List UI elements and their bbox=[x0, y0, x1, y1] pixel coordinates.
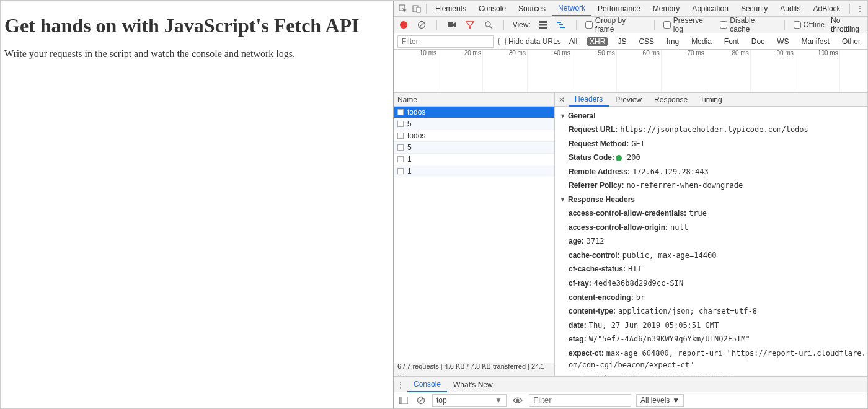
filter-type-other[interactable]: Other bbox=[839, 37, 864, 46]
filter-input[interactable] bbox=[397, 35, 494, 48]
tab-adblock[interactable]: AdBlock bbox=[807, 1, 847, 16]
request-row[interactable]: 1 bbox=[394, 165, 554, 177]
kebab-menu-icon[interactable]: ⋮ bbox=[852, 4, 867, 13]
separator bbox=[849, 4, 850, 14]
tab-security[interactable]: Security bbox=[735, 1, 774, 16]
filter-type-img[interactable]: Img bbox=[663, 37, 682, 46]
header-row: cache-control:public, max-age=14400 bbox=[559, 248, 868, 263]
header-row: etag:W/"5ef7-4Ad6/n39KWY9q6Ykm/ULNQ2F5IM… bbox=[559, 332, 868, 346]
request-name: 1 bbox=[407, 167, 412, 175]
tab-application[interactable]: Application bbox=[686, 1, 735, 16]
column-header-name[interactable]: Name bbox=[394, 93, 554, 107]
header-row: cf-cache-status:HIT bbox=[559, 262, 868, 276]
svg-line-4 bbox=[419, 22, 424, 27]
svg-rect-13 bbox=[560, 27, 565, 28]
separator bbox=[436, 20, 437, 30]
file-icon bbox=[397, 144, 404, 151]
drawer-kebab-icon[interactable]: ⋮ bbox=[394, 377, 407, 392]
filter-type-font[interactable]: Font bbox=[721, 37, 742, 46]
eye-icon[interactable] bbox=[512, 394, 524, 407]
preserve-log-checkbox[interactable]: Preserve log bbox=[663, 16, 714, 33]
group-by-frame-checkbox[interactable]: Group by frame bbox=[585, 16, 645, 33]
large-rows-icon[interactable] bbox=[537, 19, 549, 31]
waterfall-toggle-icon[interactable] bbox=[555, 19, 567, 31]
drawer-tab-what-s-new[interactable]: What's New bbox=[447, 377, 499, 392]
devtools-topbar: ElementsConsoleSourcesNetworkPerformance… bbox=[394, 1, 868, 17]
waterfall-overview[interactable]: 10 ms20 ms30 ms40 ms50 ms60 ms70 ms80 ms… bbox=[394, 50, 868, 93]
clear-console-icon[interactable] bbox=[415, 394, 427, 407]
filter-type-manifest[interactable]: Manifest bbox=[799, 37, 833, 46]
clear-icon[interactable] bbox=[416, 19, 428, 31]
filter-type-doc[interactable]: Doc bbox=[748, 37, 768, 46]
tab-audits[interactable]: Audits bbox=[774, 1, 807, 16]
waterfall-tick: 70 ms bbox=[662, 50, 706, 57]
svg-rect-12 bbox=[559, 24, 563, 25]
drawer-tab-console[interactable]: Console bbox=[407, 377, 447, 392]
file-icon bbox=[397, 133, 404, 139]
request-row[interactable]: 5 bbox=[394, 142, 554, 154]
network-body: Name todos5todos511 6 / 7 requests | 4.6… bbox=[394, 93, 868, 377]
filter-type-xhr[interactable]: XHR bbox=[587, 37, 608, 46]
page-title: Get hands on with JavaScript's Fetch API bbox=[4, 14, 389, 37]
header-row: age:3712 bbox=[559, 234, 868, 248]
filter-type-all[interactable]: All bbox=[566, 37, 580, 46]
context-select[interactable]: top▼ bbox=[432, 394, 507, 407]
request-row[interactable]: todos bbox=[394, 107, 554, 118]
svg-rect-10 bbox=[539, 27, 547, 29]
header-row: cf-ray:4ed4e36b8d29d9cc-SIN bbox=[559, 276, 868, 291]
record-icon[interactable] bbox=[397, 19, 410, 31]
tab-elements[interactable]: Elements bbox=[429, 1, 472, 16]
tab-performance[interactable]: Performance bbox=[591, 1, 647, 16]
console-filter-input[interactable] bbox=[529, 394, 631, 407]
log-levels-select[interactable]: All levels▼ bbox=[636, 394, 684, 407]
hide-data-urls-checkbox[interactable]: Hide data URLs bbox=[498, 37, 561, 46]
detail-tab-response[interactable]: Response bbox=[648, 93, 694, 106]
filter-type-ws[interactable]: WS bbox=[774, 37, 792, 46]
tab-sources[interactable]: Sources bbox=[512, 1, 552, 16]
devtools-panel: ElementsConsoleSourcesNetworkPerformance… bbox=[394, 1, 868, 408]
section-header[interactable]: ▼Response Headers bbox=[559, 193, 868, 206]
request-row[interactable]: todos bbox=[394, 130, 554, 142]
svg-rect-8 bbox=[539, 21, 547, 23]
filter-type-media[interactable]: Media bbox=[688, 37, 715, 46]
device-toggle-icon[interactable] bbox=[410, 2, 423, 15]
tab-console[interactable]: Console bbox=[472, 1, 512, 16]
section-header[interactable]: ▼General bbox=[559, 109, 868, 123]
header-row: content-encoding:br bbox=[559, 291, 868, 305]
page-viewport: Get hands on with JavaScript's Fetch API… bbox=[1, 1, 394, 408]
detail-tabs: ✕ HeadersPreviewResponseTiming bbox=[555, 93, 868, 107]
waterfall-tick: 50 ms bbox=[572, 50, 617, 57]
inspect-icon[interactable] bbox=[396, 2, 410, 15]
detail-tab-timing[interactable]: Timing bbox=[694, 93, 728, 106]
waterfall-tick: 110 bbox=[840, 50, 868, 57]
drawer: ⋮ ConsoleWhat's New ✕ top▼ bbox=[394, 377, 868, 408]
filter-icon[interactable] bbox=[464, 19, 477, 31]
filter-type-css[interactable]: CSS bbox=[636, 37, 657, 46]
console-toolbar: top▼ All levels▼ bbox=[394, 392, 868, 408]
sidebar-toggle-icon[interactable] bbox=[397, 394, 410, 407]
svg-rect-9 bbox=[539, 24, 547, 26]
disable-cache-checkbox[interactable]: Disable cache bbox=[720, 16, 775, 33]
request-list: Name todos5todos511 6 / 7 requests | 4.6… bbox=[394, 93, 555, 376]
svg-rect-2 bbox=[417, 7, 420, 12]
search-icon[interactable] bbox=[482, 19, 495, 31]
waterfall-tick: 60 ms bbox=[617, 50, 662, 57]
file-icon bbox=[397, 109, 404, 115]
tab-memory[interactable]: Memory bbox=[647, 1, 686, 16]
camera-icon[interactable] bbox=[446, 19, 458, 31]
request-name: todos bbox=[407, 108, 425, 117]
detail-tab-headers[interactable]: Headers bbox=[569, 93, 609, 107]
svg-line-7 bbox=[490, 26, 492, 29]
file-icon bbox=[397, 168, 404, 174]
view-label: View: bbox=[513, 20, 531, 29]
detail-tab-preview[interactable]: Preview bbox=[609, 93, 648, 106]
filter-type-js[interactable]: JS bbox=[614, 37, 629, 46]
request-row[interactable]: 1 bbox=[394, 154, 554, 165]
throttling-select[interactable]: No throttling▼ bbox=[831, 16, 868, 33]
svg-point-18 bbox=[516, 398, 520, 402]
svg-line-17 bbox=[418, 398, 423, 403]
request-row[interactable]: 5 bbox=[394, 118, 554, 130]
tab-network[interactable]: Network bbox=[552, 1, 591, 16]
close-detail-icon[interactable]: ✕ bbox=[555, 93, 569, 106]
offline-checkbox[interactable]: Offline bbox=[794, 20, 825, 29]
